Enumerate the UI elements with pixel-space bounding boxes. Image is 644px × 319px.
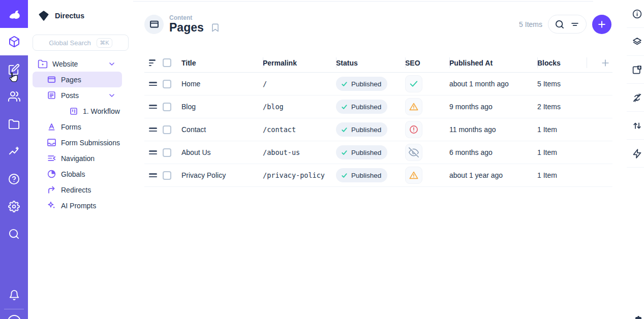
files-folder-icon[interactable] [0,110,28,138]
drag-handle-icon[interactable] [149,127,157,132]
status-badge: Published [336,100,387,114]
drag-handle-icon[interactable] [149,82,157,86]
column-header-permalink[interactable]: Permalink [263,53,336,72]
status-badge: Published [336,77,387,91]
table-row[interactable]: Contact /contact Published 11 months ago… [144,118,612,141]
sidebar-item-forms[interactable]: Forms [33,119,122,135]
sync-disabled-icon[interactable] [621,84,644,112]
row-checkbox[interactable] [163,103,171,111]
chevron-down-icon[interactable] [108,91,116,100]
row-checkbox[interactable] [163,171,171,180]
filter-icon[interactable] [570,19,580,29]
table-header-row: Title Permalink Status SEO Published At … [144,53,612,73]
editor-icon[interactable] [0,55,28,83]
header-divider [133,1,593,2]
search-icon[interactable] [0,220,28,247]
menu-arrow-icon [47,153,56,163]
chevron-down-icon[interactable] [108,60,116,68]
add-column-button[interactable] [587,53,612,72]
sidebar-item-redirects[interactable]: Redirects [33,182,122,198]
avatar[interactable] [8,315,21,319]
collection-icon[interactable] [144,15,164,34]
row-checkbox[interactable] [163,148,171,157]
sidebar-item-navigation[interactable]: Navigation [33,150,122,166]
help-icon[interactable] [0,165,28,193]
keyboard-shortcut-badge: ⌘K [97,38,112,48]
row-title: About Us [181,141,263,164]
row-checkbox[interactable] [163,125,171,134]
folder-star-icon [38,59,48,69]
manual-sort-icon[interactable] [149,59,156,66]
drag-handle-icon[interactable] [149,150,157,154]
table-row[interactable]: Privacy Policy /privacy-policy Published… [144,164,612,187]
row-blocks: 1 Item [537,141,587,164]
insights-chart-icon[interactable] [0,138,28,165]
drag-handle-icon[interactable] [149,173,157,177]
row-blocks: 1 Item [537,164,587,186]
bookmark-icon[interactable] [210,23,220,33]
row-published-at: 6 months ago [449,141,537,164]
row-blocks: 5 Items [537,73,587,95]
directus-rabbit-logo[interactable] [0,0,28,28]
globe-icon [47,169,56,179]
row-checkbox[interactable] [163,80,171,88]
sidebar-item-pages[interactable]: Pages [33,72,122,87]
row-blocks: 1 Item [537,118,587,141]
row-permalink: /about-us [263,141,336,164]
global-search-field[interactable] [49,39,93,47]
sidebar-item-workflow[interactable]: 1. Workflow [33,103,122,119]
sidebar-item-website[interactable]: Website [33,56,122,72]
info-icon[interactable] [621,0,644,28]
add-item-button[interactable] [592,15,611,34]
search-icon[interactable] [555,19,565,29]
window-icon [47,75,56,84]
row-permalink: /blog [263,95,336,118]
row-title: Home [181,73,263,95]
settings-gear-icon[interactable] [0,193,28,220]
layers-icon[interactable] [621,28,644,56]
notifications-bell-icon[interactable] [0,281,28,309]
users-icon[interactable] [0,83,28,110]
text-field-icon [47,122,56,132]
row-title: Blog [181,95,263,118]
archive-download-icon[interactable] [621,56,644,84]
import-export-icon[interactable] [621,112,644,140]
column-header-title[interactable]: Title [181,53,263,72]
row-published-at: about 1 month ago [449,73,537,95]
items-count: 5 Items [519,20,542,28]
content-module-box-icon[interactable] [0,28,28,55]
module-bar [0,0,28,319]
row-published-at: 11 months ago [449,118,537,141]
row-title: Contact [181,118,263,141]
sidebar-item-posts[interactable]: Posts [33,87,122,103]
status-badge: Published [336,122,387,137]
rail-divider [4,309,24,309]
row-published-at: 9 months ago [449,95,537,118]
project-logo-icon [38,10,49,21]
seo-warning-icon [405,98,422,115]
table-row[interactable]: Blog /blog Published 9 months ago 2 Item… [144,95,612,118]
select-all-checkbox[interactable] [163,58,171,67]
sidebar-item-globals[interactable]: Globals [33,166,122,182]
pages-table: Title Permalink Status SEO Published At … [144,53,612,187]
sidebar-item-form-submissions[interactable]: Form Submissions [33,135,122,150]
seo-check-icon [405,75,422,92]
column-header-blocks[interactable]: Blocks [537,53,587,72]
table-row[interactable]: About Us /about-us Published 6 months ag… [144,141,612,164]
table-row[interactable]: Home / Published about 1 month ago 5 Ite… [144,73,612,95]
row-published-at: about 1 year ago [449,164,537,186]
row-blocks: 2 Items [537,95,587,118]
kanban-board-icon [69,107,78,116]
page-title: Pages [169,21,204,34]
document-icon [47,90,56,100]
breadcrumb[interactable]: Content [169,14,204,21]
status-badge: Published [336,145,387,160]
drag-handle-icon[interactable] [149,105,157,109]
corner-partial-icon [634,315,642,319]
sidebar-item-ai-prompts[interactable]: AI Prompts [33,198,122,213]
column-header-status[interactable]: Status [336,53,405,72]
flows-bolt-icon[interactable] [621,140,644,168]
global-search-input[interactable]: ⌘K [33,35,129,51]
column-header-published-at[interactable]: Published At [449,53,537,72]
column-header-seo[interactable]: SEO [405,53,449,72]
